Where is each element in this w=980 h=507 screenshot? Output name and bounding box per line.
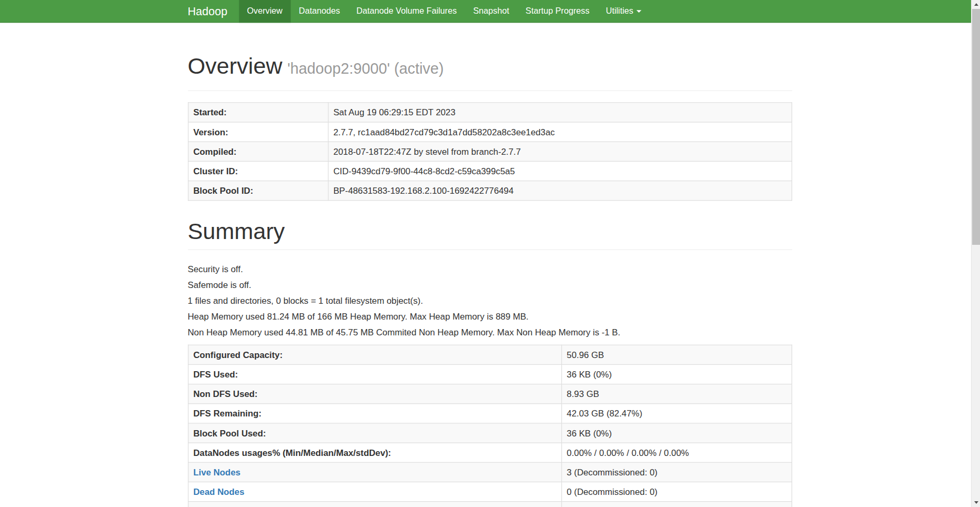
overview-header: Overview'hadoop2:9000' (active): [188, 53, 792, 91]
row-value: 0.00% / 0.00% / 0.00% / 0.00%: [561, 443, 792, 462]
caret-down-icon: [637, 11, 642, 13]
row-value: CID-9439cd79-9f00-44c8-8cd2-c59ca399c5a5: [328, 161, 791, 181]
row-value: 42.03 GB (82.47%): [561, 404, 792, 423]
navbar: Hadoop Overview Datanodes Datanode Volum…: [0, 0, 979, 23]
dead-nodes-link[interactable]: Dead Nodes: [193, 486, 244, 496]
nav-item-overview[interactable]: Overview: [239, 0, 291, 23]
row-label: Non DFS Used:: [188, 384, 561, 404]
row-value: 0 (Decommissioned: 0): [561, 482, 792, 501]
table-row: Configured Capacity: 50.96 GB: [188, 345, 791, 364]
nav-item-snapshot[interactable]: Snapshot: [465, 0, 518, 23]
navbar-menu: Overview Datanodes Datanode Volume Failu…: [239, 0, 650, 23]
page: Hadoop Overview Datanodes Datanode Volum…: [0, 0, 979, 507]
nav-item-utilities[interactable]: Utilities: [598, 0, 650, 23]
row-value: 3 (Decommissioned: 0): [561, 462, 792, 482]
table-row: Cluster ID: CID-9439cd79-9f00-44c8-8cd2-…: [188, 161, 791, 181]
overview-table: Started: Sat Aug 19 06:29:15 EDT 2023 Ve…: [188, 102, 792, 201]
table-row: DFS Used: 36 KB (0%): [188, 364, 791, 384]
nav-item-datanodes[interactable]: Datanodes: [291, 0, 348, 23]
nav-item-snapshot-label[interactable]: Snapshot: [465, 0, 518, 23]
table-row: Compiled: 2018-07-18T22:47Z by stevel fr…: [188, 142, 791, 161]
scroll-down-button[interactable]: [972, 498, 980, 507]
row-label: Compiled:: [188, 142, 328, 161]
row-label: Block Pool Used:: [188, 423, 561, 443]
table-row: Started: Sat Aug 19 06:29:15 EDT 2023: [188, 103, 791, 122]
table-row: DFS Remaining: 42.03 GB (82.47%): [188, 404, 791, 423]
row-value: 36 KB (0%): [561, 423, 792, 443]
row-value: 2018-07-18T22:47Z by stevel from branch-…: [328, 142, 791, 161]
main-content: Overview'hadoop2:9000' (active) Started:…: [188, 53, 792, 507]
row-value: 8.93 GB: [561, 384, 792, 404]
table-row: Live Nodes 3 (Decommissioned: 0): [188, 462, 791, 482]
row-label: DFS Used:: [188, 364, 561, 384]
row-label: Block Pool ID:: [188, 181, 328, 201]
row-label: DataNodes usages% (Min/Median/Max/stdDev…: [188, 443, 561, 462]
nav-item-datanode-volume-failures[interactable]: Datanode Volume Failures: [348, 0, 465, 23]
row-value: Sat Aug 19 06:29:15 EDT 2023: [328, 103, 791, 122]
row-value: 36 KB (0%): [561, 364, 792, 384]
summary-table: Configured Capacity: 50.96 GB DFS Used: …: [188, 345, 792, 507]
page-subtitle: 'hadoop2:9000' (active): [287, 60, 443, 77]
table-row: DataNodes usages% (Min/Median/Max/stdDev…: [188, 443, 791, 462]
table-row: Dead Nodes 0 (Decommissioned: 0): [188, 482, 791, 501]
row-label: Cluster ID:: [188, 161, 328, 181]
scroll-up-button[interactable]: [972, 0, 980, 9]
nav-item-utilities-label: Utilities: [606, 6, 633, 16]
summary-title: Summary: [188, 218, 792, 244]
summary-line-filesystem: 1 files and directories, 0 blocks = 1 to…: [188, 294, 792, 307]
vertical-scrollbar[interactable]: [971, 0, 980, 507]
summary-line-security: Security is off.: [188, 263, 792, 275]
nav-item-datanode-volume-failures-label[interactable]: Datanode Volume Failures: [348, 0, 465, 23]
page-title-text: Overview: [188, 53, 282, 79]
summary-line-safemode: Safemode is off.: [188, 279, 792, 291]
triangle-up-icon: [974, 3, 978, 6]
nav-item-overview-label[interactable]: Overview: [239, 0, 291, 23]
row-value: 0: [561, 502, 792, 507]
summary-line-heap: Heap Memory used 81.24 MB of 166 MB Heap…: [188, 310, 792, 323]
summary-header: Summary: [188, 218, 792, 250]
row-label: DFS Remaining:: [188, 404, 561, 423]
brand-hadoop[interactable]: Hadoop: [188, 0, 239, 23]
triangle-down-icon: [974, 501, 978, 504]
nav-item-datanodes-label[interactable]: Datanodes: [291, 0, 348, 23]
scrollbar-thumb[interactable]: [972, 9, 980, 245]
row-label: Dead Nodes: [188, 482, 561, 501]
table-row: Block Pool Used: 36 KB (0%): [188, 423, 791, 443]
live-nodes-link[interactable]: Live Nodes: [193, 467, 240, 477]
row-label: Live Nodes: [188, 462, 561, 482]
row-value: BP-48631583-192.168.2.100-1692422776494: [328, 181, 791, 201]
table-row: Version: 2.7.7, rc1aad84bd27cd79c3d1a7dd…: [188, 122, 791, 142]
nav-item-utilities-link[interactable]: Utilities: [598, 0, 650, 23]
row-label: Decommissioning Nodes: [188, 502, 561, 507]
row-label: Version:: [188, 122, 328, 142]
table-row: Block Pool ID: BP-48631583-192.168.2.100…: [188, 181, 791, 201]
row-value: 50.96 GB: [561, 345, 792, 364]
nav-item-startup-progress[interactable]: Startup Progress: [518, 0, 598, 23]
nav-item-startup-progress-label[interactable]: Startup Progress: [518, 0, 598, 23]
row-label: Configured Capacity:: [188, 345, 561, 364]
page-title: Overview'hadoop2:9000' (active): [188, 53, 792, 82]
table-row: Decommissioning Nodes 0: [188, 502, 791, 507]
row-label: Started:: [188, 103, 328, 122]
row-value: 2.7.7, rc1aad84bd27cd79c3d1a7dd58202a8c3…: [328, 122, 791, 142]
summary-line-nonheap: Non Heap Memory used 44.81 MB of 45.75 M…: [188, 326, 792, 339]
table-row: Non DFS Used: 8.93 GB: [188, 384, 791, 404]
